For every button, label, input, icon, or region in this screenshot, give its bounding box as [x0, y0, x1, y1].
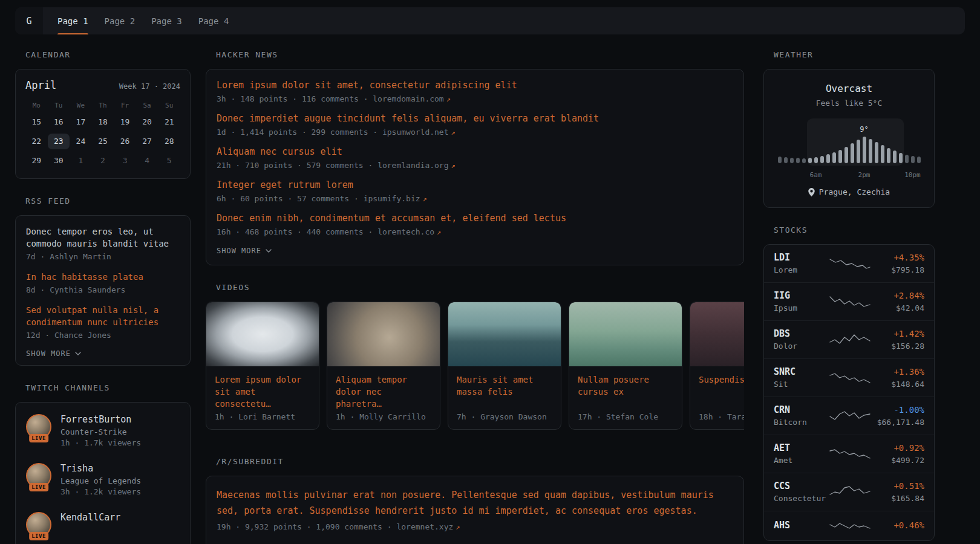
avatar-wrap: LIVE — [26, 512, 51, 537]
page-tab[interactable]: Page 2 — [105, 7, 136, 34]
stock-row[interactable]: AET Amet +0.92% $499.72 — [764, 435, 934, 473]
hn-story-title[interactable]: Aliquam nec cursus elit — [217, 145, 733, 158]
calendar-card: April Week 17 · 2024 Mo Tu We Th Fr Sa S… — [15, 69, 191, 179]
stock-sparkline — [829, 332, 871, 348]
stock-ticker: AHS — [774, 519, 829, 531]
calendar-day: 29 — [25, 153, 48, 169]
subreddit-post-title[interactable]: Maecenas mollis pulvinar erat non posuer… — [217, 487, 733, 519]
video-meta: 1h · Lori Barnett — [206, 412, 319, 429]
stock-id: IIG Ipsum — [774, 290, 829, 314]
weather-location-label: Prague, Czechia — [819, 187, 890, 196]
stock-id: CRN Bitcorn — [774, 404, 829, 428]
hn-story-title[interactable]: Lorem ipsum dolor sit amet, consectetur … — [217, 79, 733, 92]
stock-name: Sit — [774, 379, 829, 390]
stock-sparkline — [829, 256, 871, 271]
hn-story-domain[interactable]: ipsumworld.net — [382, 128, 449, 137]
hn-story-domain[interactable]: ipsumify.biz — [364, 194, 420, 203]
hn-story: Integer eget rutrum lorem 6h · 60 points… — [217, 174, 733, 207]
rss-item-title[interactable]: Donec tempor eros leo, ut commodo mauris… — [26, 225, 180, 250]
subreddit-post-domain[interactable]: loremnet.xyz — [396, 522, 453, 531]
calendar-weekday: Th — [92, 101, 114, 111]
stock-row[interactable]: CCS Consectetur +0.51% $165.84 — [764, 473, 934, 511]
page-tab[interactable]: Page 1 — [57, 7, 88, 34]
stock-ticker: CRN — [774, 404, 829, 416]
hn-story-stats: 16h · 468 points · 440 comments — [217, 227, 364, 236]
right-column: WEATHER Overcast Feels like 5°C 9°6am2pm… — [763, 51, 935, 544]
hn-story-title[interactable]: Integer eget rutrum lorem — [217, 178, 733, 192]
separator: · — [359, 94, 373, 103]
weather-chart: 9°6am2pm10pm — [778, 118, 921, 179]
stocks-widget: STOCKS LDI Lorem +4.35% $795.18 — [763, 226, 935, 541]
hn-story-stats: 21h · 710 points · 579 comments — [217, 161, 364, 170]
stock-row[interactable]: CRN Bitcorn -1.00% $66,171.48 — [764, 397, 934, 435]
video-card[interactable]: Lorem ipsum dolor sit amet consectetu… 1… — [206, 302, 319, 430]
rss-item-title[interactable]: In hac habitasse platea — [26, 271, 180, 283]
calendar-weekday: Fr — [114, 101, 136, 111]
calendar-week-info: Week 17 · 2024 — [119, 82, 180, 91]
page-tab-label: Page 2 — [105, 16, 136, 26]
hn-story-meta: 21h · 710 points · 579 comments · loreml… — [217, 161, 733, 170]
page-tab[interactable]: Page 4 — [198, 7, 229, 34]
stock-values: +4.35% $795.18 — [871, 251, 924, 276]
video-card[interactable]: Nullam posuere cursus ex 17h · Stefan Co… — [569, 302, 682, 430]
rss-widget: RSS FEED Donec tempor eros leo, ut commo… — [15, 197, 191, 366]
separator: · — [364, 161, 377, 170]
left-column: CALENDAR April Week 17 · 2024 Mo Tu We T… — [15, 51, 191, 544]
hn-story-domain[interactable]: loremtech.co — [377, 227, 434, 236]
stock-ticker: IIG — [774, 290, 829, 302]
hn-story-title[interactable]: Donec imperdiet augue tincidunt felis al… — [217, 112, 733, 125]
live-badge: LIVE — [29, 434, 48, 442]
rss-show-more[interactable]: SHOW MORE — [26, 349, 180, 358]
channel-game: Counter-Strike — [60, 427, 141, 436]
hn-story-title[interactable]: Donec enim nibh, condimentum et accumsan… — [217, 212, 733, 225]
stock-price: $148.64 — [871, 379, 924, 390]
logo[interactable]: G — [15, 7, 43, 34]
stock-name: Lorem — [774, 265, 829, 276]
video-meta: 1h · Molly Carrillo — [327, 412, 440, 429]
calendar-day: 5 — [158, 153, 180, 169]
hn-story-meta: 3h · 148 points · 116 comments · loremdo… — [217, 94, 733, 103]
hn-story-meta: 6h · 60 points · 57 comments · ipsumify.… — [217, 194, 733, 203]
calendar-day: 24 — [70, 134, 92, 149]
subreddit-header: /R/SUBREDDIT — [206, 458, 744, 466]
stock-row[interactable]: AHS +0.46% — [764, 511, 934, 540]
stock-ticker: LDI — [774, 251, 829, 264]
rss-item-title[interactable]: Sed volutpat nulla nisl, a condimentum n… — [26, 304, 180, 328]
hn-story-domain[interactable]: loremdomain.com — [373, 94, 443, 103]
stock-sparkline — [829, 408, 871, 424]
avatar-wrap: LIVE — [26, 414, 51, 439]
separator: · — [382, 522, 396, 531]
calendar-day: 18 — [92, 114, 114, 130]
calendar-weekday: We — [70, 101, 92, 111]
twitch-channel[interactable]: LIVE Trisha League of Legends 3h · 1.2k … — [26, 455, 180, 504]
video-card[interactable]: Suspendisse diam 18h · Tara — [690, 302, 744, 430]
stock-values: +0.51% $165.84 — [871, 480, 924, 504]
stocks-header: STOCKS — [763, 226, 935, 235]
stock-row[interactable]: SNRC Sit +1.36% $148.64 — [764, 358, 934, 397]
stock-price: $165.84 — [871, 493, 924, 504]
twitch-channel[interactable]: LIVE ForrestBurton Counter-Strike 1h · 1… — [26, 406, 180, 455]
calendar-day: 4 — [136, 153, 158, 169]
page-tab[interactable]: Page 3 — [151, 7, 182, 34]
video-card[interactable]: Mauris sit amet massa felis 7h · Grayson… — [448, 302, 561, 430]
stock-change: +2.84% — [871, 290, 924, 302]
stock-change: +1.36% — [871, 366, 924, 378]
stock-name: Bitcorn — [774, 417, 829, 428]
page-tab-label: Page 4 — [198, 16, 229, 26]
calendar-day: 19 — [114, 114, 136, 130]
hackernews-show-more[interactable]: SHOW MORE — [217, 247, 733, 255]
calendar-day: 25 — [92, 134, 114, 149]
stock-name: Consectetur — [774, 493, 829, 504]
twitch-channel[interactable]: LIVE KendallCarr — [26, 504, 180, 544]
stock-name: Amet — [774, 455, 829, 466]
stock-row[interactable]: LDI Lorem +4.35% $795.18 — [764, 245, 934, 282]
video-card[interactable]: Aliquam tempor dolor nec pharetra… 1h · … — [327, 302, 440, 430]
middle-column: HACKER NEWS Lorem ipsum dolor sit amet, … — [206, 51, 744, 544]
stock-id: AHS — [774, 519, 829, 533]
stock-row[interactable]: IIG Ipsum +2.84% $42.04 — [764, 282, 934, 320]
channel-name: Trisha — [60, 463, 141, 474]
hn-story-domain[interactable]: loremlandia.org — [377, 161, 448, 170]
stock-id: CCS Consectetur — [774, 480, 829, 504]
stock-row[interactable]: DBS Dolor +1.42% $156.28 — [764, 320, 934, 358]
video-meta: 18h · Tara — [690, 412, 744, 429]
